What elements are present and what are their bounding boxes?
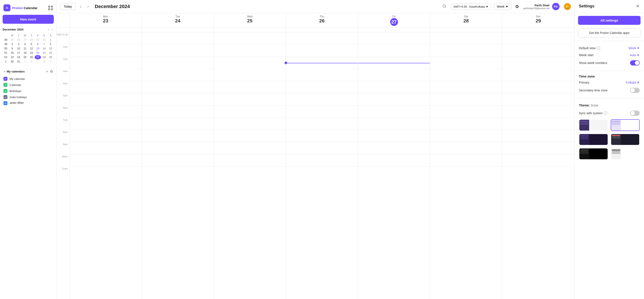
secondary-timezone-toggle[interactable] xyxy=(630,88,640,93)
calendar-item-india-holidays[interactable]: India holidays xyxy=(2,94,54,100)
view-selector[interactable]: Week ▼ xyxy=(494,3,511,10)
mini-cal-day[interactable]: 12 xyxy=(28,46,34,51)
mini-cal-day[interactable]: 5 xyxy=(28,42,34,46)
calendar-settings-button[interactable]: ⚙ xyxy=(49,69,54,74)
mini-cal-day[interactable]: 25 xyxy=(9,38,15,42)
sync-with-system-toggle[interactable] xyxy=(630,111,640,116)
mini-cal-day[interactable]: 14 xyxy=(41,46,47,51)
app-grid-icon[interactable] xyxy=(48,6,53,10)
mini-cal-day[interactable]: 20 xyxy=(34,51,41,55)
mini-cal-day[interactable]: 30 xyxy=(9,59,15,64)
get-apps-button[interactable]: Get the Proton Calendar apps xyxy=(578,28,640,37)
calendar-checkbox-aapka-parivar[interactable] xyxy=(4,101,8,105)
new-event-button[interactable]: New event xyxy=(2,15,54,24)
day-body-mon[interactable] xyxy=(70,32,142,299)
prev-week-button[interactable]: ‹ xyxy=(78,3,83,10)
theme-swatch-purple-light[interactable] xyxy=(579,119,608,131)
theme-swatch-mono[interactable] xyxy=(611,148,640,160)
mini-cal-day[interactable]: 3 xyxy=(34,59,41,64)
collapse-icon[interactable]: ▼ xyxy=(2,70,7,73)
week-start-value[interactable]: Auto ▼ xyxy=(630,53,640,57)
mini-cal-day[interactable]: 19 xyxy=(28,51,34,55)
calendar-checkbox-birthdays[interactable] xyxy=(4,89,8,93)
mini-cal-day[interactable]: 26 xyxy=(28,55,34,59)
mini-cal-day[interactable]: 1 xyxy=(48,38,54,42)
show-week-numbers-toggle[interactable] xyxy=(630,60,640,65)
day-body-thu[interactable] xyxy=(286,32,358,299)
calendar-checkbox-my-calendar[interactable] xyxy=(4,77,8,81)
mini-cal-day[interactable]: 10 xyxy=(16,46,22,51)
mini-cal-day[interactable]: 24 xyxy=(16,55,22,59)
mini-cal-day[interactable]: 2 xyxy=(9,42,15,46)
mini-cal-prev[interactable]: ‹ xyxy=(46,27,50,31)
mini-cal-day[interactable]: 18 xyxy=(22,51,28,55)
mini-cal-day[interactable]: 28 xyxy=(28,38,34,42)
mini-cal-day[interactable]: 17 xyxy=(16,51,22,55)
mini-cal-day[interactable]: 5 xyxy=(48,59,54,64)
settings-button[interactable]: ⚙ xyxy=(514,2,520,10)
day-body-fri[interactable] xyxy=(358,32,430,299)
primary-timezone-value[interactable]: Kolkata ▼ xyxy=(626,81,640,84)
mini-cal-day[interactable]: 6 xyxy=(34,42,41,46)
mini-cal-day[interactable]: 31 xyxy=(16,59,22,64)
mini-cal-day[interactable]: 11 xyxy=(22,46,28,51)
calendar-item-aapka-parivar[interactable]: आपका परिवार xyxy=(2,100,54,106)
day-body-tue[interactable] xyxy=(142,32,214,299)
mini-cal-day[interactable]: 3 xyxy=(16,42,22,46)
all-day-tue[interactable] xyxy=(142,28,214,32)
all-day-wed[interactable] xyxy=(214,28,286,32)
all-day-mon[interactable] xyxy=(70,28,142,32)
calendar-item-birthdays[interactable]: Birthdays xyxy=(2,88,54,94)
notification-bell[interactable]: 🔔 xyxy=(564,3,571,10)
default-view-info-icon[interactable]: i xyxy=(597,46,600,50)
theme-swatch-black[interactable] xyxy=(579,148,608,160)
theme-swatch-snow[interactable] xyxy=(611,119,640,131)
mini-cal-day[interactable]: 22 xyxy=(48,51,54,55)
search-button[interactable] xyxy=(441,3,448,10)
mini-cal-day[interactable]: 23 xyxy=(9,55,15,59)
settings-close-button[interactable]: ✕ xyxy=(636,3,640,9)
mini-cal-day[interactable]: 28 xyxy=(41,55,47,59)
calendar-checkbox-calendar[interactable] xyxy=(4,83,8,87)
next-week-button[interactable]: › xyxy=(86,3,90,10)
calendar-item-my-calendar[interactable]: My calendar xyxy=(2,76,54,82)
day-body-sat[interactable] xyxy=(430,32,502,299)
calendar-item-calendar[interactable]: Calendar xyxy=(2,82,54,88)
theme-swatch-dark-purple[interactable] xyxy=(579,134,608,145)
theme-swatch-dark-carbon[interactable] xyxy=(611,134,640,145)
default-view-value[interactable]: Week ▼ xyxy=(628,46,640,50)
all-day-sun[interactable] xyxy=(502,28,574,32)
timezone-selector[interactable]: GMT+5:30 · Asia/Kolkata ▼ xyxy=(451,3,492,10)
mini-cal-day[interactable]: 1 xyxy=(22,59,28,64)
user-avatar[interactable]: PS xyxy=(552,3,560,10)
today-button[interactable]: Today xyxy=(60,3,76,10)
mini-cal-day[interactable]: 9 xyxy=(9,46,15,51)
calendar-checkbox-india-holidays[interactable] xyxy=(4,95,8,99)
all-settings-button[interactable]: All settings xyxy=(578,16,640,25)
mini-cal-day[interactable]: 8 xyxy=(48,42,54,46)
add-calendar-button[interactable]: + xyxy=(45,69,49,74)
mini-cal-day[interactable]: 29 xyxy=(34,38,41,42)
mini-cal-day[interactable]: 13 xyxy=(34,46,41,51)
mini-cal-day[interactable]: 27 xyxy=(22,38,28,42)
day-body-wed[interactable] xyxy=(214,32,286,299)
day-col-fri[interactable]: Fri 27 xyxy=(358,13,430,28)
day-body-sun[interactable] xyxy=(502,32,574,299)
mini-cal-day[interactable]: 4 xyxy=(41,59,47,64)
mini-cal-day[interactable]: 7 xyxy=(41,42,47,46)
mini-cal-next[interactable]: › xyxy=(50,27,54,31)
sync-with-system-info-icon[interactable]: i xyxy=(604,111,607,115)
mini-cal-day[interactable]: 16 xyxy=(9,51,15,55)
mini-cal-day[interactable]: 26 xyxy=(16,38,22,42)
all-day-thu[interactable] xyxy=(286,28,358,32)
mini-cal-day[interactable]: 2 xyxy=(28,59,34,64)
mini-cal-day[interactable]: 30 xyxy=(41,38,47,42)
all-day-fri[interactable] xyxy=(358,28,430,32)
mini-cal-day[interactable]: 27 xyxy=(34,55,41,59)
mini-cal-day[interactable]: 15 xyxy=(48,46,54,51)
mini-cal-day[interactable]: 25 xyxy=(22,55,28,59)
mini-cal-day[interactable]: 29 xyxy=(48,55,54,59)
all-day-sat[interactable] xyxy=(430,28,502,32)
mini-cal-day[interactable]: 21 xyxy=(41,51,47,55)
mini-cal-day[interactable]: 4 xyxy=(22,42,28,46)
